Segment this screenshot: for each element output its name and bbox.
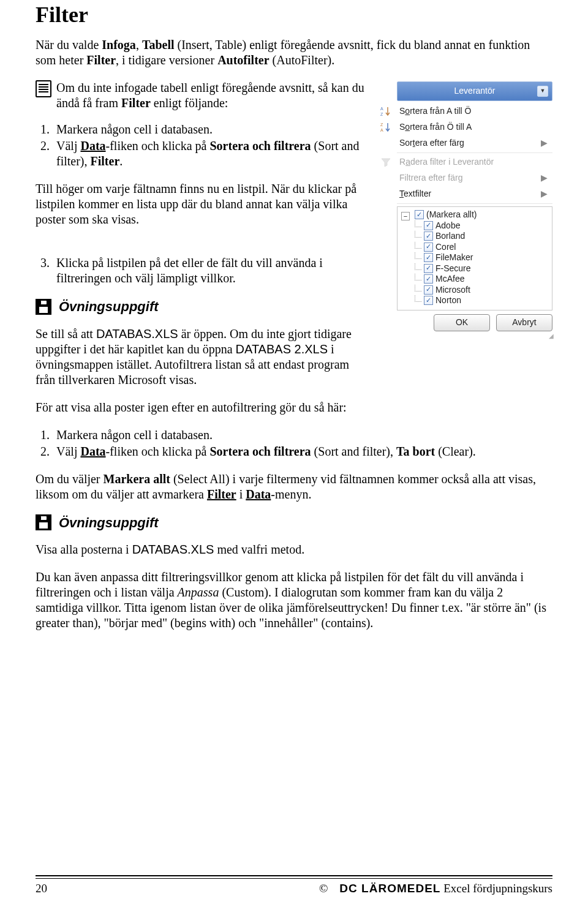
steps-list-2: Markera någon cell i databasen. Välj Dat…	[36, 427, 552, 459]
menu-item-filter-by-color: Filtrera efter färg ▶	[375, 170, 552, 186]
menu-item-label: Sortera från A till Ö	[399, 106, 550, 117]
menu-item-sort-by-color[interactable]: Sortera efter färg ▶	[375, 135, 552, 151]
menu-item-sort-desc[interactable]: ZA Sortera från Ö till A	[375, 119, 552, 135]
text: DATABAS.XLS	[96, 327, 178, 340]
footer-right: © DC LÄROMEDEL Excel fördjupningskurs	[319, 881, 552, 896]
page-number: 20	[36, 881, 47, 896]
checkbox-icon[interactable]: ✓	[415, 210, 424, 219]
exercise-heading: Övningsuppgift	[36, 514, 552, 532]
submenu-arrow-icon: ▶	[541, 138, 548, 149]
column-header-label: Leverantör	[454, 86, 496, 97]
text: , i tidigare versioner	[116, 53, 217, 67]
svg-text:A: A	[380, 107, 383, 111]
list-item: Välj Data-fliken och klicka på Sortera o…	[53, 444, 552, 459]
menu-separator	[397, 152, 552, 153]
svg-text:Z: Z	[380, 122, 383, 127]
steps-list-1b: Klicka på listpilen på det eller de fält…	[36, 255, 368, 286]
cancel-button[interactable]: Avbryt	[496, 314, 552, 331]
page-footer: 20 © DC LÄROMEDEL Excel fördjupningskurs	[36, 875, 552, 896]
text: -fliken och klicka på	[106, 445, 210, 458]
menu-item-sort-asc[interactable]: AZ Sortera från A till Ö	[375, 103, 552, 119]
exercise-heading: Övningsuppgift	[36, 298, 368, 315]
menu-item-text-filter[interactable]: Textfilter ▶	[375, 186, 552, 202]
checkbox-icon[interactable]: ✓	[424, 264, 433, 273]
text: Data	[80, 445, 105, 458]
text: (AutoFilter).	[270, 53, 335, 67]
menu-item-label: Radera filter i Leverantör	[399, 157, 550, 168]
checkbox-item[interactable]: ✓Corel	[412, 242, 548, 253]
text: Markera allt	[104, 472, 170, 486]
checkbox-item[interactable]: ✓Borland	[412, 231, 548, 242]
list-item: Markera någon cell i databasen.	[53, 122, 368, 137]
checkbox-item[interactable]: ✓Norton	[412, 295, 548, 306]
copyright-symbol: ©	[319, 882, 328, 895]
text: När du valde	[36, 38, 102, 51]
tree-collapse-icon[interactable]: −	[401, 212, 410, 220]
filter-checklist[interactable]: − ✓ (Markera allt) ✓Adobe ✓Borland ✓Core…	[397, 206, 552, 310]
dialog-button-row: OK Avbryt	[397, 314, 552, 331]
text: Ta bort	[396, 445, 435, 458]
checkbox-label: Corel	[435, 242, 456, 253]
checkbox-icon[interactable]: ✓	[424, 253, 433, 262]
paragraph: Du kan även anpassa ditt filtreringsvill…	[36, 570, 552, 631]
footer-course: Excel fördjupningskurs	[440, 882, 552, 895]
checkbox-icon[interactable]: ✓	[424, 274, 433, 284]
page-title: Filter	[36, 0, 552, 29]
dropdown-arrow-icon[interactable]: ▼	[537, 86, 548, 97]
checkbox-select-all[interactable]: ✓ (Markera allt)	[412, 209, 548, 220]
text: i	[236, 487, 246, 501]
list-item: Klicka på listpilen på det eller de fält…	[53, 255, 368, 286]
note-icon	[36, 80, 51, 97]
checkbox-icon[interactable]: ✓	[424, 221, 433, 230]
checkbox-icon[interactable]: ✓	[424, 296, 433, 305]
checkbox-item[interactable]: ✓McAfee	[412, 274, 548, 285]
checkbox-item[interactable]: ✓Microsoft	[412, 285, 548, 296]
checkbox-item[interactable]: ✓Adobe	[412, 220, 548, 231]
submenu-arrow-icon: ▶	[541, 173, 548, 184]
text: med valfri metod.	[214, 543, 304, 556]
footer-rule	[36, 875, 552, 879]
checkbox-label: Borland	[435, 231, 465, 242]
checkbox-label: Microsoft	[435, 285, 470, 296]
checkbox-icon[interactable]: ✓	[424, 231, 433, 241]
text: Tabell	[142, 38, 175, 51]
submenu-arrow-icon: ▶	[541, 189, 548, 200]
text: Markera någon cell i databasen.	[56, 122, 213, 136]
column-header[interactable]: Leverantör ▼	[397, 81, 552, 101]
floppy-disk-icon	[36, 514, 51, 530]
sort-asc-icon: AZ	[377, 105, 394, 118]
checkbox-label: Norton	[435, 295, 461, 306]
text: Klicka på listpilen på det eller de fält…	[56, 256, 323, 285]
checkbox-label: (Markera allt)	[426, 209, 477, 220]
menu-item-label: Sortera efter färg	[399, 138, 536, 149]
text: Om du väljer	[36, 472, 104, 486]
text: Filter	[207, 487, 236, 501]
menu-item-label: Filtrera efter färg	[399, 173, 536, 184]
text: Välj	[56, 139, 80, 152]
paragraph: Till höger om varje fältnamn finns nu en…	[36, 181, 368, 227]
steps-list-1: Markera någon cell i databasen. Välj Dat…	[36, 122, 368, 169]
menu-item-label: Sortera från Ö till A	[399, 122, 550, 133]
ok-button[interactable]: OK	[434, 314, 490, 331]
filter-menu-screenshot: Leverantör ▼ AZ Sortera från A till Ö ZA…	[375, 81, 552, 340]
list-item: Markera någon cell i databasen.	[53, 427, 552, 443]
sort-desc-icon: ZA	[377, 121, 394, 134]
text: Se till så att	[36, 327, 96, 340]
text: -menyn.	[271, 487, 311, 501]
checkbox-icon[interactable]: ✓	[424, 243, 433, 252]
menu-item-label: Textfilter	[399, 189, 536, 200]
checkbox-icon[interactable]: ✓	[424, 285, 433, 295]
paragraph: Om du väljer Markera allt (Select All) i…	[36, 472, 552, 502]
svg-text:A: A	[380, 128, 383, 132]
funnel-clear-icon	[377, 157, 394, 167]
text: Data	[80, 139, 105, 152]
text: enligt följande:	[151, 96, 228, 110]
text: Sortera och filtrera	[209, 139, 311, 152]
text: Visa alla posterna i	[36, 543, 132, 556]
checkbox-item[interactable]: ✓F-Secure	[412, 263, 548, 274]
footer-brand: DC LÄROMEDEL	[339, 882, 440, 895]
checkbox-item[interactable]: ✓FileMaker	[412, 252, 548, 263]
text: Data	[246, 487, 271, 501]
resize-grip-icon[interactable]: ◢	[397, 333, 552, 340]
note-block: Om du inte infogade tabell enligt föregå…	[36, 80, 368, 111]
